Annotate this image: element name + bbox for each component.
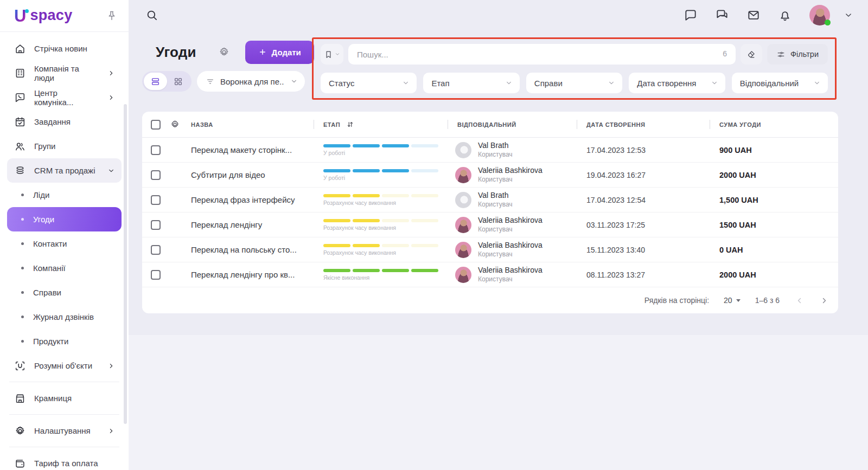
filter-dropdown-status[interactable]: Статус bbox=[321, 73, 417, 93]
sort-icon[interactable] bbox=[346, 120, 355, 129]
deal-name-link[interactable]: Субтитри для відео bbox=[191, 170, 314, 179]
kanban-view-button[interactable] bbox=[167, 73, 190, 90]
stage-progress-bar bbox=[323, 169, 438, 172]
sidebar-subitem-label: Угоди bbox=[33, 215, 54, 224]
group-chat-button[interactable] bbox=[715, 8, 729, 22]
column-header-amount[interactable]: СУМА УГОДИ bbox=[710, 112, 838, 137]
bullet-icon bbox=[21, 291, 24, 294]
next-page-button[interactable] bbox=[819, 295, 829, 306]
chevron-down-icon bbox=[107, 166, 116, 175]
deal-amount: 900 UAH bbox=[710, 146, 838, 154]
sidebar-item-news-feed[interactable]: Стрічка новин bbox=[7, 36, 122, 61]
pin-sidebar-button[interactable] bbox=[106, 10, 118, 22]
funnel-select[interactable]: Воронка для пе... bbox=[197, 71, 305, 92]
sidebar-item-companies[interactable]: Компанії bbox=[7, 256, 122, 280]
logo-u: U bbox=[14, 8, 26, 24]
deal-name-link[interactable]: Переклад фраз інтерфейсу bbox=[191, 195, 314, 204]
responsible-name[interactable]: Val Brath bbox=[478, 141, 513, 151]
sidebar-item-settings[interactable]: Налаштування bbox=[7, 419, 122, 443]
list-view-button[interactable] bbox=[144, 73, 167, 90]
select-all-checkbox[interactable] bbox=[151, 120, 161, 130]
global-search-button[interactable] bbox=[145, 8, 159, 22]
rows-per-page-select[interactable]: 20 bbox=[724, 296, 741, 305]
filter-dropdown-created-date[interactable]: Дата створення bbox=[629, 73, 725, 93]
sidebar-item-call-log[interactable]: Журнал дзвінків bbox=[7, 305, 122, 329]
deal-name-link[interactable]: Переклад лендінгу bbox=[191, 220, 314, 229]
filter-dropdown-responsible[interactable]: Відповідальний bbox=[732, 73, 828, 93]
deals-settings-button[interactable] bbox=[218, 46, 230, 58]
filters-button[interactable]: Фільтри bbox=[767, 44, 828, 65]
deal-amount: 2000 UAH bbox=[710, 171, 838, 179]
column-header-responsible[interactable]: ВІДПОВІДАЛЬНИЙ bbox=[448, 112, 577, 137]
table-row[interactable]: Субтитри для відеоУ роботіValeriia Bashk… bbox=[142, 163, 838, 188]
search-input[interactable] bbox=[348, 44, 736, 65]
row-checkbox[interactable] bbox=[151, 170, 161, 180]
sidebar-item-groups[interactable]: Групи bbox=[7, 134, 122, 158]
row-checkbox[interactable] bbox=[151, 195, 161, 205]
filters-button-label: Фільтри bbox=[790, 50, 819, 59]
deal-name-link[interactable]: Переклад макету сторінк... bbox=[191, 145, 314, 154]
avatar bbox=[455, 267, 471, 283]
responsible-name[interactable]: Val Brath bbox=[478, 191, 513, 201]
stage-progress-segment bbox=[382, 144, 409, 147]
sidebar-item-crm-sales[interactable]: CRM та продажі bbox=[7, 158, 122, 183]
sidebar-item-tasks[interactable]: Завдання bbox=[7, 110, 122, 134]
table-row[interactable]: Переклад на польську сто...Розрахунок ча… bbox=[142, 237, 838, 262]
sidebar-item-activities[interactable]: Справи bbox=[7, 280, 122, 305]
table-row[interactable]: Переклад фраз інтерфейсуРозрахунок часу … bbox=[142, 188, 838, 213]
stage-cell: Розрахунок часу виконання bbox=[314, 194, 448, 206]
table-row[interactable]: Переклад макету сторінк...У роботіVal Br… bbox=[142, 138, 838, 163]
responsible-name[interactable]: Valeriia Bashkirova bbox=[478, 216, 542, 226]
chevron-right-icon bbox=[107, 362, 116, 370]
row-checkbox[interactable] bbox=[151, 145, 161, 155]
sidebar-item-shop[interactable]: Крамниця bbox=[7, 386, 122, 410]
row-checkbox[interactable] bbox=[151, 220, 161, 230]
user-menu-chevron-button[interactable] bbox=[843, 10, 854, 21]
chevron-right-icon bbox=[107, 427, 116, 435]
sidebar-item-smart-objects[interactable]: Розумні об'єкти bbox=[7, 353, 122, 378]
responsible-name[interactable]: Valeriia Bashkirova bbox=[478, 166, 542, 176]
filter-dropdown-stage[interactable]: Етап bbox=[423, 73, 519, 93]
chat-button[interactable] bbox=[684, 8, 698, 22]
sidebar-scrollbar[interactable] bbox=[124, 104, 127, 424]
table-settings-button[interactable] bbox=[170, 119, 180, 130]
row-checkbox[interactable] bbox=[151, 245, 161, 255]
sidebar-header: U spacy bbox=[0, 0, 129, 31]
column-header-created[interactable]: ДАТА СТВОРЕННЯ bbox=[577, 112, 710, 137]
sidebar-item-deals[interactable]: Угоди bbox=[7, 207, 122, 231]
responsible-name[interactable]: Valeriia Bashkirova bbox=[478, 241, 542, 250]
deal-name-link[interactable]: Переклад на польську сто... bbox=[191, 245, 314, 254]
created-date: 17.04.2023 12:54 bbox=[577, 196, 710, 204]
saved-filters-button[interactable] bbox=[321, 44, 343, 65]
previous-page-button[interactable] bbox=[794, 295, 805, 306]
sidebar-subitem-label: Продукти bbox=[33, 337, 68, 346]
stage-cell: У роботі bbox=[314, 169, 448, 181]
table-row[interactable]: Переклад лендінгуРозрахунок часу виконан… bbox=[142, 213, 838, 237]
deal-name-link[interactable]: Переклад лендінгу про кв... bbox=[191, 270, 314, 279]
sidebar-item-company-people[interactable]: Компанія та люди bbox=[7, 61, 122, 85]
responsible-name[interactable]: Valeriia Bashkirova bbox=[478, 266, 542, 275]
sidebar-item-contacts[interactable]: Контакти bbox=[7, 231, 122, 256]
table-row[interactable]: Переклад лендінгу про кв...Якісне викона… bbox=[142, 262, 838, 287]
sidebar-item-comm-center[interactable]: Центр комуніка... bbox=[7, 85, 122, 110]
responsible-text: Val BrathКористувач bbox=[478, 141, 513, 159]
stage-label: Розрахунок часу виконання bbox=[323, 199, 448, 206]
user-avatar[interactable] bbox=[809, 5, 830, 25]
row-checkbox[interactable] bbox=[151, 270, 161, 280]
sidebar-item-billing[interactable]: Тариф та оплата bbox=[7, 451, 122, 470]
column-header-name[interactable]: НАЗВА bbox=[191, 112, 314, 137]
notifications-button[interactable] bbox=[778, 8, 792, 22]
add-deal-button[interactable]: Додати bbox=[245, 41, 314, 64]
column-header-stage[interactable]: ЕТАП bbox=[314, 112, 448, 137]
bookmark-icon bbox=[324, 50, 333, 59]
stage-progress-segment bbox=[323, 144, 350, 147]
sidebar-item-leads[interactable]: Ліди bbox=[7, 183, 122, 207]
sidebar-item-products[interactable]: Продукти bbox=[7, 329, 122, 353]
shop-icon bbox=[14, 392, 26, 404]
page-header: Угоди Додати bbox=[156, 40, 314, 64]
mail-button[interactable] bbox=[746, 8, 761, 22]
uspacy-logo[interactable]: U spacy bbox=[14, 8, 72, 24]
filter-dropdown-activities[interactable]: Справи bbox=[526, 73, 622, 93]
sidebar-subitem-label: Журнал дзвінків bbox=[33, 312, 94, 321]
clear-filters-button[interactable] bbox=[741, 44, 762, 65]
